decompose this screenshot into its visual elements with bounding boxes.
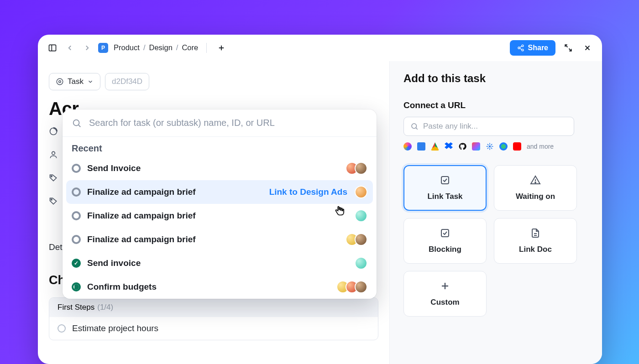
svg-point-23 — [489, 146, 491, 148]
youtube-icon[interactable] — [513, 142, 521, 151]
svg-rect-35 — [441, 229, 449, 237]
loom-icon[interactable] — [486, 142, 494, 151]
status-open-icon — [72, 211, 81, 220]
collapse-icon[interactable] — [562, 42, 575, 54]
relationship-card-custom[interactable]: Custom — [403, 271, 487, 317]
breadcrumb[interactable]: P Product / Design / Core — [98, 43, 198, 53]
right-panel: Add to this task Connect a URL Paste any… — [389, 61, 602, 364]
target-icon — [56, 78, 64, 86]
search-result-item[interactable]: Send Invoice — [63, 156, 377, 180]
and-more-label: and more — [527, 143, 554, 150]
result-title: Confirm budgets — [87, 282, 157, 292]
card-label: Custom — [430, 298, 459, 307]
file-icon — [530, 228, 541, 239]
paste-link-input[interactable]: Paste any link... — [403, 117, 574, 136]
avatar — [355, 233, 367, 246]
assignee-avatars — [358, 186, 367, 198]
search-result-item[interactable]: Finalize ad campaign brief — [63, 228, 377, 251]
task-type-selector[interactable]: Task — [49, 73, 100, 90]
svg-line-20 — [79, 125, 80, 127]
svg-point-6 — [522, 49, 524, 51]
status-open-icon — [72, 187, 81, 197]
connector-icons: and more — [403, 142, 588, 151]
search-result-item[interactable]: Confirm budgets — [63, 275, 377, 299]
google-drive-icon[interactable] — [431, 142, 439, 151]
avatar — [355, 162, 367, 175]
svg-point-5 — [518, 47, 520, 49]
add-breadcrumb-button[interactable] — [215, 42, 228, 54]
connect-url-label: Connect a URL — [403, 100, 588, 110]
card-label: Blocking — [429, 245, 461, 254]
status-open-icon — [72, 164, 81, 173]
checklist-group-header[interactable]: First Steps (1/4) — [49, 298, 378, 317]
search-result-item[interactable]: ✓Send invoice — [63, 251, 377, 275]
assignee-avatars — [358, 209, 367, 222]
svg-point-19 — [73, 120, 79, 125]
relationship-card-blocking[interactable]: Blocking — [403, 218, 487, 264]
task-search-popover: Search for task (or subtask) name, ID, o… — [63, 109, 377, 299]
panel-toggle-icon[interactable] — [46, 42, 59, 54]
search-placeholder: Search for task (or subtask) name, ID, o… — [89, 118, 275, 128]
breadcrumb-badge: P — [98, 43, 108, 53]
svg-point-16 — [52, 151, 55, 155]
result-title: Send Invoice — [87, 163, 141, 173]
breadcrumb-part[interactable]: Product — [114, 43, 140, 52]
relationship-card-link-task[interactable]: Link Task — [403, 165, 487, 211]
search-icon — [72, 118, 82, 128]
result-title: Finalize ad campaign brief — [87, 234, 196, 244]
svg-point-34 — [535, 182, 536, 183]
search-result-item[interactable]: Finalize ad campaign briefLink to Design… — [66, 180, 373, 204]
google-doc-icon[interactable] — [417, 142, 425, 151]
edge-icon[interactable] — [499, 142, 508, 151]
assignee-avatars — [349, 162, 367, 175]
task-detail-pane: Task d2Df34D Acr St As Ta — [38, 61, 389, 364]
person-icon — [49, 150, 58, 159]
status-icon — [49, 127, 58, 136]
svg-point-21 — [412, 124, 417, 129]
breadcrumb-part[interactable]: Core — [182, 43, 198, 52]
close-icon[interactable] — [581, 42, 594, 54]
clickup-icon[interactable] — [403, 142, 412, 151]
share-icon — [517, 44, 524, 52]
result-title: Send invoice — [87, 258, 141, 268]
breadcrumb-part[interactable]: Design — [149, 43, 172, 52]
figma-icon[interactable] — [472, 142, 480, 151]
status-done-icon: ✓ — [72, 259, 81, 268]
svg-point-18 — [51, 199, 52, 200]
search-input-row[interactable]: Search for task (or subtask) name, ID, o… — [63, 109, 377, 137]
avatar — [355, 186, 367, 198]
task-id-field[interactable]: d2Df34D — [105, 73, 149, 90]
svg-rect-32 — [441, 177, 449, 184]
chevron-down-icon — [87, 78, 94, 85]
card-label: Link Doc — [519, 245, 552, 254]
breadcrumb-sep: / — [143, 43, 146, 52]
github-icon[interactable] — [458, 142, 466, 151]
svg-point-4 — [522, 45, 524, 47]
relationship-card-waiting-on[interactable]: Waiting on — [494, 165, 577, 211]
check-square-icon — [440, 175, 450, 186]
share-button-label: Share — [528, 44, 548, 52]
search-result-item[interactable]: Finalize ad campaign brief — [63, 204, 377, 228]
search-icon — [410, 122, 419, 130]
link-action-label[interactable]: Link to Design Ads — [269, 187, 347, 197]
svg-line-8 — [519, 48, 522, 49]
svg-point-14 — [59, 81, 61, 83]
relationship-card-link-doc[interactable]: Link Doc — [494, 218, 577, 264]
nav-back-button[interactable] — [63, 42, 76, 54]
svg-rect-0 — [49, 45, 56, 51]
svg-line-7 — [519, 46, 522, 47]
dropbox-icon[interactable] — [445, 142, 453, 151]
checklist-item[interactable]: Estimate project hours — [49, 317, 378, 340]
warn-triangle-icon — [530, 175, 541, 186]
checkbox-empty-icon[interactable] — [58, 324, 66, 333]
plus-icon — [440, 281, 450, 291]
result-title: Finalize ad campaign brief — [87, 187, 196, 197]
app-window: P Product / Design / Core Share — [38, 35, 602, 364]
search-section-label: Recent — [63, 137, 377, 156]
nav-forward-button[interactable] — [81, 42, 94, 54]
card-label: Link Task — [427, 192, 462, 201]
svg-line-29 — [491, 148, 492, 149]
share-button[interactable]: Share — [510, 40, 555, 56]
card-label: Waiting on — [516, 192, 555, 201]
svg-line-31 — [491, 144, 492, 146]
